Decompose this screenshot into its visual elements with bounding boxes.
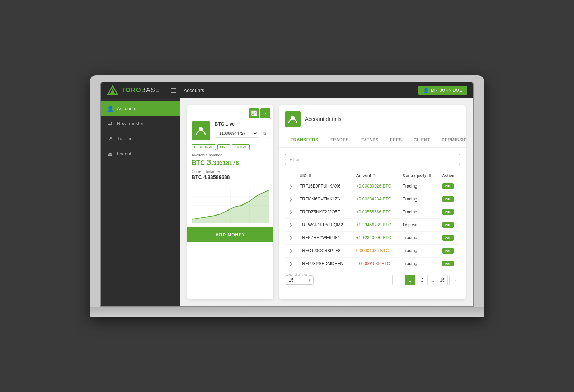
contra-party-cell: Trading <box>400 193 439 206</box>
account-avatar-section: BTC Live ✏ 110886944727 ⧉ <box>187 121 273 144</box>
prev-page-button[interactable]: ← <box>392 275 403 285</box>
action-button[interactable]: PDF <box>442 183 454 189</box>
balance-section: Available balance BTC 3.30318178 Current… <box>187 153 273 187</box>
account-card-header: 📈 ⋮ <box>187 105 273 121</box>
logo: TOROBASE <box>107 85 160 95</box>
account-name-row: BTC Live ✏ <box>215 121 269 127</box>
tab-permissions[interactable]: PERMISSIONS <box>436 133 466 147</box>
available-currency: BTC <box>192 159 207 166</box>
tab-fees[interactable]: FEES <box>384 133 408 147</box>
amount-cell: +1.23456789 BTC <box>356 222 391 227</box>
add-money-button[interactable]: ADD MONEY <box>187 227 273 242</box>
sidebar-label-new-transfer: New transfer <box>117 121 144 126</box>
tab-client[interactable]: CLIENT <box>408 133 436 147</box>
amount-cell: +0.00234234 BTC <box>356 197 391 202</box>
sidebar-item-trading[interactable]: ↗ Trading <box>101 131 180 146</box>
expand-row-button[interactable]: ❯ <box>288 183 294 189</box>
contra-party-cell: Trading <box>400 231 439 244</box>
page-1-button[interactable]: 1 <box>405 275 415 285</box>
account-avatar <box>192 121 210 140</box>
table-row: ❯ TRF15B0FTUHKAX6 +0.00000026 BTC Tradin… <box>285 180 460 193</box>
top-bar-title: Accounts <box>184 88 204 93</box>
sidebar-label-trading: Trading <box>117 136 133 141</box>
uid-cell: TRFKZRR2WE64I84 <box>300 235 340 240</box>
expand-row-button[interactable]: ❯ <box>288 235 294 241</box>
action-button[interactable]: PDF <box>442 209 454 215</box>
user-icon: 👤 <box>423 88 429 93</box>
expand-row-button[interactable]: ❯ <box>288 196 294 202</box>
available-balance: BTC 3.30318178 <box>192 158 269 167</box>
entries-select[interactable]: 10 15 25 50 <box>285 275 314 285</box>
tags-row: PERSONAL LIVE ACTIVE <box>187 144 273 153</box>
next-page-button[interactable]: → <box>449 275 460 285</box>
table-row: ❯ TRFI8M6DVTMKLZN +0.00234234 BTC Tradin… <box>285 193 460 206</box>
action-button[interactable]: PDF <box>442 222 454 228</box>
details-panel: Account details TRANSFERS TRADES EVENTS … <box>279 105 466 299</box>
amount-cell: +0.00000026 BTC <box>356 184 391 189</box>
amount-cell: -0.00001035 BTC <box>356 261 390 266</box>
user-button[interactable]: 👤 MR. JOHN DOE <box>418 86 467 95</box>
current-label: Current balance <box>192 169 269 174</box>
table-view-button[interactable]: ⋮ <box>260 108 270 118</box>
col-uid[interactable]: UID ⇅ <box>297 171 353 180</box>
action-button[interactable]: PDF <box>442 261 454 266</box>
account-select-row: 110886944727 ⧉ <box>215 129 269 138</box>
accounts-icon: 👤 <box>107 105 113 112</box>
table-area: UID ⇅ Amount ⇅ Contra-party ⇅ Action ❯ T… <box>279 148 466 293</box>
balance-chart <box>192 187 269 223</box>
laptop-shell: TOROBASE ☰ Accounts 👤 MR. JOHN DOE 👤 Acc… <box>90 75 484 317</box>
sidebar-label-logout: Logout <box>117 151 131 156</box>
filter-input[interactable] <box>285 154 460 165</box>
expand-row-button[interactable]: ❯ <box>288 209 294 215</box>
available-label: Available balance <box>192 153 269 157</box>
page-16-button[interactable]: 16 <box>437 275 448 285</box>
page-controls: ← 1 2 ... 16 → <box>392 275 460 285</box>
sidebar-item-new-transfer[interactable]: ⇄ New transfer <box>101 116 180 131</box>
laptop-base <box>90 307 484 317</box>
tab-transfers[interactable]: TRANSFERS <box>285 133 324 147</box>
account-info: BTC Live ✏ 110886944727 ⧉ <box>215 121 269 138</box>
pagination-row: No. of entries 10 15 25 50 ▾ ← <box>285 270 460 287</box>
chart-view-button[interactable]: 📈 <box>249 108 259 118</box>
trading-icon: ↗ <box>107 136 113 142</box>
main-content: 📈 ⋮ BTC Live ✏ <box>180 98 473 306</box>
logout-icon: ⏏ <box>107 151 113 157</box>
account-card: 📈 ⋮ BTC Live ✏ <box>187 105 273 299</box>
col-amount[interactable]: Amount ⇅ <box>353 171 400 180</box>
contra-party-cell: Trading <box>400 257 439 270</box>
expand-row-button[interactable]: ❯ <box>288 248 294 254</box>
entries-label: No. of entries <box>288 273 309 277</box>
copy-button[interactable]: ⧉ <box>260 129 269 138</box>
col-expand <box>285 171 297 180</box>
amount-cell: +0.00555666 BTC <box>356 209 391 214</box>
uid-cell: TRFDZ5NKF22JO5F <box>300 209 340 214</box>
action-button[interactable]: PDF <box>442 248 454 254</box>
sidebar-item-accounts[interactable]: 👤 Accounts <box>101 101 180 116</box>
sidebar-item-logout[interactable]: ⏏ Logout <box>101 146 180 161</box>
table-row: ❯ TRFKZRR2WE64I84 +1.12340000 BTC Tradin… <box>285 231 460 244</box>
col-contra-party[interactable]: Contra-party ⇅ <box>400 171 439 180</box>
transfer-icon: ⇄ <box>107 121 113 127</box>
tab-trades[interactable]: TRADES <box>324 133 354 147</box>
amount-sort-icon: ⇅ <box>373 174 376 178</box>
tab-events[interactable]: EVENTS <box>354 133 384 147</box>
account-name: BTC Live <box>215 121 235 127</box>
logo-icon <box>107 85 118 95</box>
account-number-select[interactable]: 110886944727 <box>215 129 258 138</box>
entries-select-wrap: No. of entries 10 15 25 50 ▾ <box>285 275 314 285</box>
contra-party-cell: Trading <box>400 244 439 257</box>
app-body: 👤 Accounts ⇄ New transfer ↗ Trading ⏏ Lo… <box>101 98 473 306</box>
tag-live: LIVE <box>217 144 230 150</box>
edit-icon[interactable]: ✏ <box>237 121 240 126</box>
expand-row-button[interactable]: ❯ <box>288 222 294 228</box>
hamburger-icon[interactable]: ☰ <box>171 86 177 94</box>
logo-text: TOROBASE <box>121 86 160 94</box>
action-button[interactable]: PDF <box>442 196 454 202</box>
table-row: ❯ TRFWAR1FPYLFQM2 +1.23456789 BTC Deposi… <box>285 218 460 231</box>
contra-party-cell: Deposit <box>400 218 439 231</box>
action-button[interactable]: PDF <box>442 235 454 241</box>
amount-cell: 0.00001035 BTC <box>356 248 389 253</box>
expand-row-button[interactable]: ❯ <box>288 261 294 267</box>
page-2-button[interactable]: 2 <box>417 275 428 285</box>
uid-cell: TRFWAR1FPYLFQM2 <box>300 222 343 227</box>
